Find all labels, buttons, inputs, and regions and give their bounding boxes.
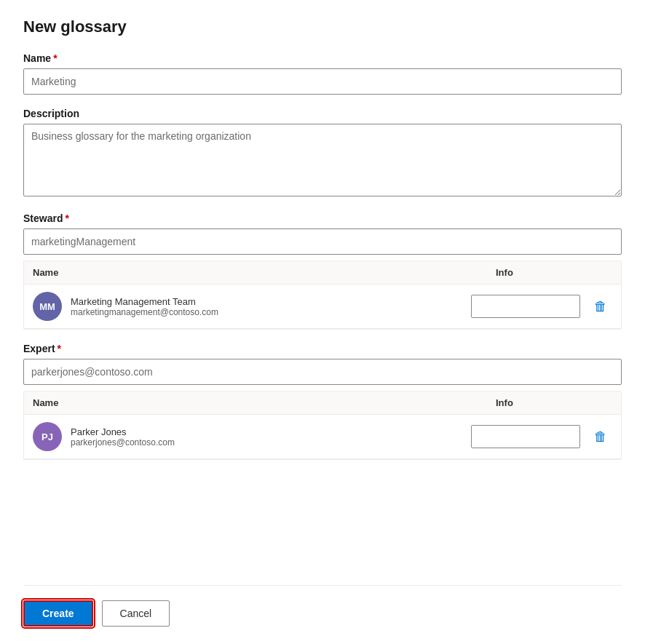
expert-info-input[interactable] [471, 425, 580, 448]
steward-col-info: Info [496, 267, 612, 278]
page-title: New glossary [23, 17, 622, 36]
expert-table: Name Info PJ Parker Jones parkerjones@co… [23, 391, 622, 460]
steward-table: Name Info MM Marketing Management Team m… [23, 261, 622, 330]
steward-col-name: Name [33, 267, 481, 278]
expert-required-star: * [58, 343, 61, 354]
steward-user-email: marketingmanagement@contoso.com [71, 307, 462, 317]
avatar: MM [33, 292, 62, 321]
expert-field-group: Expert * [23, 343, 622, 385]
name-field-group: Name * [23, 52, 622, 95]
new-glossary-panel: New glossary Name * Description Business… [0, 0, 645, 644]
description-input[interactable]: Business glossary for the marketing orga… [23, 124, 622, 196]
steward-table-header: Name Info [24, 261, 621, 285]
cancel-button[interactable]: Cancel [102, 600, 170, 627]
name-required-star: * [53, 52, 57, 64]
steward-user-name: Marketing Management Team [71, 296, 462, 307]
table-row: PJ Parker Jones parkerjones@contoso.com … [24, 415, 621, 459]
expert-user-email: parkerjones@contoso.com [71, 437, 462, 448]
name-input[interactable] [23, 68, 622, 95]
expert-col-name: Name [33, 397, 481, 408]
table-row: MM Marketing Management Team marketingma… [24, 285, 621, 329]
footer-actions: Create Cancel [23, 585, 622, 627]
expert-user-name: Parker Jones [71, 426, 462, 437]
expert-label: Expert * [23, 343, 622, 354]
steward-field-group: Steward * [23, 212, 622, 255]
description-label: Description [23, 108, 622, 119]
steward-label: Steward * [23, 212, 622, 224]
avatar: PJ [33, 422, 62, 451]
steward-delete-button[interactable]: 🗑 [589, 295, 612, 318]
trash-icon: 🗑 [594, 429, 607, 445]
steward-input[interactable] [23, 228, 622, 255]
steward-required-star: * [65, 212, 68, 224]
description-field-group: Description Business glossary for the ma… [23, 108, 622, 199]
expert-delete-button[interactable]: 🗑 [589, 425, 612, 448]
expert-table-header: Name Info [24, 391, 621, 415]
create-button[interactable]: Create [23, 600, 93, 627]
expert-input[interactable] [23, 359, 622, 385]
name-label: Name * [23, 52, 622, 64]
steward-info-input[interactable] [471, 295, 580, 318]
expert-col-info: Info [496, 397, 612, 408]
steward-user-info: Marketing Management Team marketingmanag… [71, 296, 462, 317]
trash-icon: 🗑 [594, 299, 607, 314]
expert-user-info: Parker Jones parkerjones@contoso.com [71, 426, 462, 448]
